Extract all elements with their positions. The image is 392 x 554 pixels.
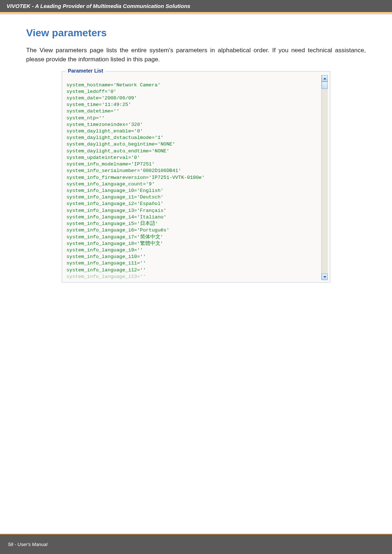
panel-wrapper: Parameter List system_hostname='Network … xyxy=(26,71,366,283)
parameter-scroll-area: system_hostname='Network Camera' system_… xyxy=(66,75,328,280)
intro-paragraph: The View parameters page lists the entir… xyxy=(26,46,366,64)
header-brand-text: VIVOTEK - A Leading Provider of Multimed… xyxy=(7,3,190,9)
scroll-thumb[interactable] xyxy=(322,82,328,89)
footer-page-label: 58 - User's Manual xyxy=(8,542,48,547)
page-title: View parameters xyxy=(26,27,366,39)
parameter-text: system_hostname='Network Camera' system_… xyxy=(66,75,321,280)
scroll-down-button[interactable] xyxy=(322,274,328,280)
document-page: VIVOTEK - A Leading Provider of Multimed… xyxy=(0,0,392,554)
page-footer: 58 - User's Manual xyxy=(0,534,392,554)
parameter-cutoff-line: system_info_language_i13='' xyxy=(66,274,146,279)
panel-legend: Parameter List xyxy=(66,68,105,74)
page-header: VIVOTEK - A Leading Provider of Multimed… xyxy=(0,0,392,13)
scroll-up-button[interactable] xyxy=(322,75,328,82)
content-area: View parameters The View parameters page… xyxy=(0,14,392,283)
chevron-down-icon xyxy=(323,276,326,278)
parameter-list-panel: Parameter List system_hostname='Network … xyxy=(62,71,330,283)
scrollbar[interactable] xyxy=(321,75,328,280)
scroll-track[interactable] xyxy=(322,89,328,274)
chevron-up-icon xyxy=(323,78,326,79)
